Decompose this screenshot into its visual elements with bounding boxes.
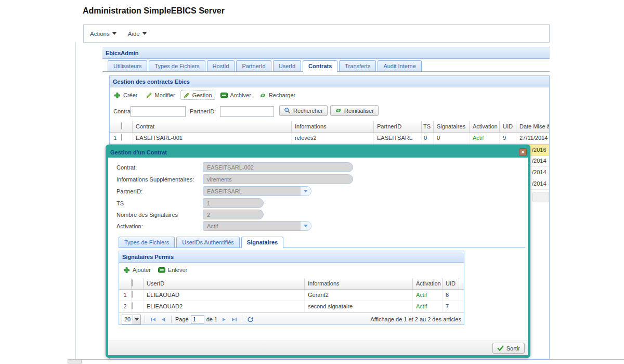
reset-button[interactable]: Reinitialiser [330, 105, 379, 116]
page-number-input[interactable] [191, 315, 204, 324]
archive-icon [220, 93, 228, 98]
plus-icon [123, 267, 130, 274]
reload-button[interactable]: Recharger [259, 92, 295, 99]
cell-signataires: 0 [434, 133, 470, 144]
manage-button-label: Gestion [192, 92, 212, 98]
col-activation[interactable]: Activation [413, 278, 443, 289]
tab-audit-interne[interactable]: Audit Interne [378, 60, 421, 71]
filter-contrat-input[interactable] [131, 106, 186, 117]
signers-grid-header: UserID Informations Activation UID [119, 278, 464, 290]
scrollbar-corner [68, 359, 82, 363]
recycle-icon [259, 92, 266, 99]
tab-signataires[interactable]: Signataires [241, 237, 283, 248]
select-all-checkbox[interactable] [121, 122, 122, 129]
remove-button-label: Enlever [168, 267, 187, 273]
col-ts[interactable]: TS [422, 121, 434, 132]
col-activation[interactable]: Activation [470, 121, 500, 132]
search-button-label: Rechercher [293, 108, 323, 114]
contracts-grid-header: Contrat Informations PartnerID TS Signat… [110, 121, 549, 133]
tab-userids-authentifies[interactable]: UserIDs Authentifiés [176, 237, 240, 248]
dialog-tabstrip: Types de Fichiers UserIDs Authentifiés S… [119, 235, 525, 248]
prev-page-icon[interactable] [159, 315, 167, 323]
activation-label: Activation: [116, 223, 143, 229]
col-informations[interactable]: Informations [292, 121, 374, 132]
table-row[interactable]: 1 ELIEAOUAD Gérant2 Actif 6 [119, 290, 464, 301]
cell-date-partial: /2014 [532, 169, 547, 175]
cell-partnerid: EASEITSARL [374, 133, 422, 144]
page-size-value: 20 [122, 315, 133, 324]
close-icon[interactable]: × [519, 148, 527, 156]
col-informations[interactable]: Informations [305, 278, 413, 289]
page-label: Page [175, 316, 189, 322]
manage-button[interactable]: Gestion [180, 90, 215, 100]
row-checkbox[interactable] [121, 134, 122, 141]
chevron-down-icon [112, 32, 116, 35]
col-date-mise[interactable]: Date Mise à [516, 121, 550, 132]
tab-types-de-fichiers[interactable]: Types de Fichiers [149, 60, 205, 71]
ts-field: 1 [203, 198, 264, 208]
archive-button[interactable]: Archiver [220, 92, 251, 98]
infos-supplementaires-label: Informations Supplémentaires: [116, 176, 194, 183]
cell-activation: Actif [413, 301, 443, 312]
menu-aide[interactable]: Aide [128, 31, 147, 37]
add-button[interactable]: Ajouter [123, 267, 151, 274]
tab-partnerid[interactable]: PartnerId [236, 60, 271, 71]
exit-button-label: Sortir [506, 345, 520, 352]
partnerid-select: EASEITSARL [203, 186, 311, 196]
partnerid-select-value: EASEITSARL [203, 187, 301, 196]
refresh-icon[interactable] [246, 315, 254, 323]
modify-button[interactable]: Modifier [146, 92, 175, 98]
tab-userid[interactable]: UserId [273, 60, 301, 71]
remove-button[interactable]: Enlever [158, 267, 187, 273]
search-button[interactable]: Rechercher [279, 105, 328, 116]
table-row[interactable]: 2 ELIEAOUAD2 second signataire Actif 7 [119, 301, 464, 313]
contracts-panel-header: Gestion des contracts Ebics [110, 76, 549, 87]
tab-transferts[interactable]: Transferts [339, 60, 376, 71]
plus-icon [114, 92, 121, 99]
next-page-icon[interactable] [219, 315, 228, 323]
partnerid-label: PartnerID: [116, 188, 142, 194]
paging-toolbar: 20 Page de 1 Affichage de 1 et 2 au 2 de… [119, 313, 464, 325]
create-button[interactable]: Créer [114, 92, 138, 99]
tab-types-de-fichiers-dialog[interactable]: Types de Fichiers [119, 237, 175, 248]
col-userid[interactable]: UserID [144, 278, 305, 289]
filter-partnerid-label: PartnerID: [190, 108, 216, 114]
modify-button-label: Modifier [155, 92, 175, 98]
col-uid[interactable]: UID [443, 278, 459, 289]
contrat-field: EASEITSARL-002 [203, 162, 353, 172]
archive-icon [158, 267, 165, 273]
cell-filler [459, 301, 464, 312]
menu-actions-label: Actions [90, 31, 110, 37]
row-number: 2 [119, 301, 132, 312]
first-page-icon[interactable] [149, 315, 157, 323]
col-signataires[interactable]: Signataires [434, 121, 470, 132]
cell-filler [459, 290, 464, 301]
filter-partnerid-input[interactable] [220, 106, 274, 117]
col-partnerid[interactable]: PartnerID [374, 121, 422, 132]
col-contrat[interactable]: Contrat [133, 121, 292, 132]
page-size-combo[interactable]: 20 [122, 315, 141, 324]
main-tabstrip: Utilisateurs Types de Fichiers HostId Pa… [102, 59, 550, 72]
menu-actions[interactable]: Actions [90, 31, 116, 37]
ebicsadmin-panel-header: EbicsAdmin [102, 47, 550, 59]
separator [145, 316, 145, 323]
search-icon [284, 107, 291, 114]
exit-button[interactable]: Sortir [492, 343, 525, 354]
cell-uid: 6 [443, 290, 459, 301]
table-row[interactable]: 1 EASEITSARL-001 relevés2 EASEITSARL 0 0… [110, 133, 549, 144]
contrat-label: Contrat: [116, 164, 137, 171]
row-checkbox[interactable] [132, 291, 133, 298]
cell-uid: 7 [443, 301, 459, 312]
row-checkbox[interactable] [132, 302, 133, 309]
select-all-checkbox[interactable] [132, 279, 133, 287]
tab-contrats[interactable]: Contrats [303, 60, 337, 72]
tab-utilisateurs[interactable]: Utilisateurs [108, 60, 147, 71]
col-uid[interactable]: UID [500, 121, 516, 132]
cell-date-mise: 27/11/2014 [516, 133, 550, 144]
tab-hostid[interactable]: HostId [207, 60, 235, 71]
row-checkbox-cell [132, 290, 144, 301]
signers-panel-title: Signataires Permis [122, 254, 174, 260]
pencil-icon [146, 92, 152, 98]
archive-button-label: Archiver [230, 92, 251, 98]
last-page-icon[interactable] [230, 315, 238, 323]
